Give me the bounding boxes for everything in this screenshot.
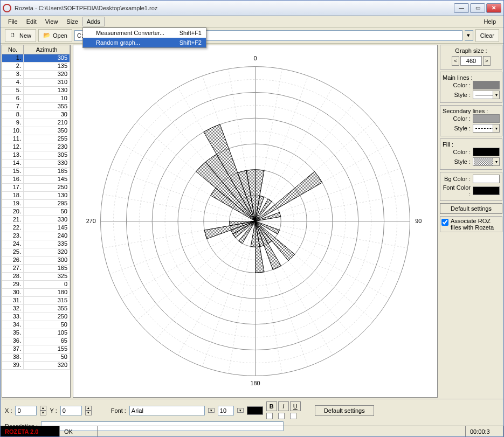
bold-check[interactable] [266,413,273,419]
bottom-toolbar: X : ▴▾ Y : ▴▾ Font : ▾ ▾ B I U [1,399,503,426]
table-row[interactable]: 6.10 [2,95,70,103]
menubar: File Edit View Size Adds Help Measuremen… [1,16,503,27]
table-row[interactable]: 31.315 [2,297,70,305]
table-row[interactable]: 17.250 [2,184,70,192]
fill-style[interactable]: ▾ [473,157,500,166]
statusbar: ROZETA 2.0 OK 00:00:3 [1,426,503,436]
clear-button[interactable]: Clear [475,29,499,42]
rose-chart: 090180270 [73,45,437,397]
table-row[interactable]: 1.305 [2,54,70,63]
sec-style[interactable]: ▾ [473,124,500,133]
table-row[interactable]: 37.155 [2,345,70,353]
table-row[interactable]: 27.165 [2,265,70,273]
table-row[interactable]: 36.65 [2,337,70,345]
y-up[interactable]: ▴ [85,406,92,411]
italic-check[interactable] [278,413,285,419]
table-row[interactable]: 39.320 [2,362,70,370]
table-row[interactable]: 10.350 [2,127,70,135]
open-button[interactable]: 📂 Open [38,29,72,42]
table-row[interactable]: 38.50 [2,353,70,362]
table-row[interactable]: 22.145 [2,224,70,232]
menu-size[interactable]: Size [62,17,82,26]
table-row[interactable]: 29.0 [2,281,70,289]
table-row[interactable]: 23.240 [2,232,70,240]
size-decr[interactable]: < [452,56,459,66]
table-row[interactable]: 20.50 [2,208,70,216]
font-select[interactable] [129,406,205,415]
fill-color[interactable] [473,148,500,156]
table-row[interactable]: 19.295 [2,200,70,208]
bottom-default-button[interactable]: Default settings [315,405,374,416]
svg-text:270: 270 [86,218,96,224]
table-row[interactable]: 30.180 [2,289,70,297]
menu-measurement-converter[interactable]: Measurement Converter... Shift+F1 [83,28,206,38]
size-incr[interactable]: > [483,56,491,66]
status-ok: OK [60,426,98,436]
table-row[interactable]: 3.320 [2,71,70,79]
table-row[interactable]: 9.210 [2,119,70,127]
menu-random-graph[interactable]: Random graph... Shift+F2 [83,38,206,47]
svg-line-32 [202,221,255,367]
bg-color[interactable] [473,175,500,183]
col-no[interactable]: No. [2,45,24,54]
underline-check[interactable] [290,413,296,419]
x-down[interactable]: ▾ [40,411,46,415]
table-row[interactable]: 2.135 [2,63,70,71]
table-row[interactable]: 25.320 [2,248,70,256]
fontsize-input[interactable] [218,406,234,415]
y-down[interactable]: ▾ [85,411,92,415]
path-dropdown[interactable]: ▾ [465,30,473,41]
minimize-button[interactable]: — [454,3,469,13]
close-button[interactable]: ✕ [486,3,501,13]
table-row[interactable]: 26.300 [2,256,70,265]
main-color[interactable] [473,81,500,89]
table-row[interactable]: 4.310 [2,79,70,87]
table-row[interactable]: 35.105 [2,329,70,337]
table-row[interactable]: 18.130 [2,192,70,200]
table-row[interactable]: 16.145 [2,176,70,184]
maximize-button[interactable]: ▭ [470,3,485,13]
menu-help[interactable]: Help [479,17,500,26]
table-row[interactable]: 28.325 [2,273,70,281]
table-row[interactable]: 14.330 [2,159,70,168]
svg-text:0: 0 [253,55,257,61]
menu-adds[interactable]: Adds [82,17,105,26]
table-row[interactable]: 11.255 [2,135,70,143]
y-input[interactable] [60,406,82,415]
new-button[interactable]: 🗋 New [5,29,36,42]
assoc-checkbox[interactable] [441,219,448,226]
col-azimuth[interactable]: Azimuth [24,45,70,54]
table-row[interactable]: 32.355 [2,305,70,313]
x-input[interactable] [15,406,37,415]
text-color[interactable] [247,406,263,415]
table-row[interactable]: 12.230 [2,143,70,151]
table-row[interactable]: 34.50 [2,321,70,329]
table-row[interactable]: 13.305 [2,151,70,159]
bold-button[interactable]: B [266,401,277,411]
italic-button[interactable]: I [278,401,289,411]
menu-edit[interactable]: Edit [22,17,41,26]
svg-text:90: 90 [415,218,422,224]
chart-canvas: 090180270 [73,45,438,398]
table-row[interactable]: 5.130 [2,87,70,95]
sec-color[interactable] [473,114,500,123]
data-grid: No. Azimuth 1.3052.1353.3204.3105.1306.1… [2,45,71,398]
table-row[interactable]: 21.330 [2,216,70,224]
underline-button[interactable]: U [290,401,301,411]
size-value[interactable]: 460 [460,56,482,66]
font-color[interactable] [473,186,500,195]
table-row[interactable]: 24.335 [2,240,70,248]
table-row[interactable]: 7.355 [2,103,70,111]
default-settings-button[interactable]: Default settings [440,203,502,214]
properties-panel: Graph size : < 460 > Main lines : Color … [440,45,502,398]
svg-rect-52 [474,158,493,165]
x-up[interactable]: ▴ [40,406,46,411]
table-row[interactable]: 15.165 [2,168,70,176]
table-row[interactable]: 8.30 [2,111,70,119]
main-style[interactable]: ▾ [473,91,500,99]
menu-file[interactable]: File [4,17,22,26]
toolbar: 🗋 New 📂 Open C:\Users\SOFTPEDIA\Desktop\… [1,27,503,44]
app-icon [3,4,11,12]
menu-view[interactable]: View [41,17,63,26]
table-row[interactable]: 33.250 [2,313,70,321]
